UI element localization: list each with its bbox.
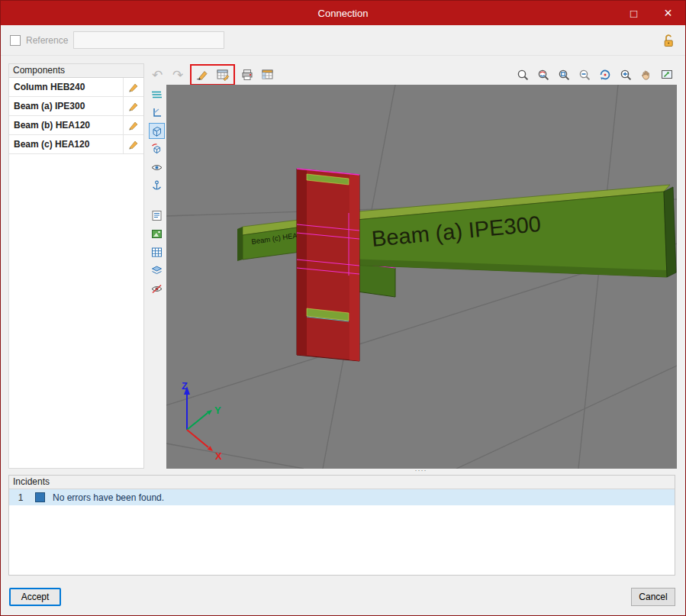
component-label: Beam (c) HEA120 bbox=[9, 139, 123, 150]
highlight-box bbox=[190, 64, 235, 85]
wireframe-icon bbox=[150, 88, 163, 101]
cube-icon bbox=[150, 124, 163, 137]
rotate-view-button[interactable] bbox=[597, 66, 614, 83]
undo-button[interactable]: ↶ bbox=[149, 66, 166, 83]
anchor-icon bbox=[150, 179, 163, 192]
edit-component-button[interactable] bbox=[123, 135, 143, 154]
pencil-icon bbox=[128, 120, 139, 131]
dimensions-button[interactable] bbox=[149, 208, 165, 224]
transparent-view-button[interactable] bbox=[149, 141, 165, 157]
print-button[interactable] bbox=[239, 66, 256, 83]
component-row-beam-a[interactable]: Beam (a) IPE300 bbox=[9, 97, 143, 116]
components-panel: Components Column HEB240 Beam (a) IPE300… bbox=[8, 63, 144, 469]
screenshot-button[interactable] bbox=[149, 226, 165, 242]
weld-pencil-icon bbox=[195, 68, 209, 82]
pan-hand-icon bbox=[639, 68, 653, 82]
pan-button[interactable] bbox=[638, 66, 655, 83]
edit-component-button[interactable] bbox=[123, 116, 143, 135]
connection-table-button[interactable] bbox=[214, 66, 231, 83]
edit-welds-button[interactable] bbox=[194, 66, 211, 83]
zoom-out-icon bbox=[578, 68, 591, 82]
component-row-column[interactable]: Column HEB240 bbox=[9, 78, 143, 97]
cube-rotate-icon bbox=[150, 143, 163, 156]
redo-button[interactable]: ↷ bbox=[169, 66, 186, 83]
column[interactable] bbox=[297, 169, 359, 361]
picture-icon bbox=[150, 227, 163, 240]
bill-of-materials-button[interactable] bbox=[259, 66, 276, 83]
grid-icon bbox=[150, 246, 163, 259]
reference-input[interactable] bbox=[73, 31, 224, 49]
zoom-fit-button[interactable] bbox=[659, 66, 675, 83]
eye-off-icon bbox=[150, 282, 163, 295]
zoom-rotate-icon bbox=[536, 68, 550, 82]
solid-view-button[interactable] bbox=[149, 123, 165, 139]
component-label: Beam (a) IPE300 bbox=[9, 101, 123, 111]
visibility-off-button[interactable] bbox=[149, 281, 165, 297]
view-tool-strip bbox=[147, 86, 166, 469]
eye-icon bbox=[150, 161, 163, 174]
component-label: Beam (b) HEA120 bbox=[9, 120, 123, 131]
viewport-3d[interactable]: Beam (a) IPE300 Beam (c) HEA120 bbox=[166, 85, 677, 469]
titlebar[interactable]: Connection □ × bbox=[1, 1, 685, 25]
table-edit-icon bbox=[216, 68, 230, 82]
dimension-icon bbox=[150, 209, 163, 222]
layers-button[interactable] bbox=[149, 263, 165, 279]
search-button[interactable] bbox=[514, 66, 531, 83]
component-row-beam-c[interactable]: Beam (c) HEA120 bbox=[9, 135, 143, 154]
pencil-icon bbox=[128, 82, 139, 92]
connection-dialog: Connection □ × Reference Components Colu… bbox=[0, 0, 686, 616]
zoom-fit-icon bbox=[660, 68, 674, 82]
zoom-window-button[interactable] bbox=[556, 66, 572, 83]
zoom-previous-icon bbox=[619, 68, 633, 82]
incidents-header: Incidents bbox=[9, 476, 675, 489]
grid-view-button[interactable] bbox=[149, 244, 165, 260]
pencil-icon bbox=[128, 139, 139, 150]
incidents-panel: Incidents 1 No errors have been found. bbox=[8, 475, 675, 576]
zoom-rotate-button[interactable] bbox=[535, 66, 552, 83]
scene-3d[interactable]: Beam (a) IPE300 Beam (c) HEA120 bbox=[166, 85, 677, 469]
axis-y-label: Y bbox=[214, 405, 221, 416]
zoom-previous-button[interactable] bbox=[617, 66, 634, 83]
zoom-out-button[interactable] bbox=[576, 66, 593, 83]
incident-number: 1 bbox=[9, 492, 32, 503]
components-header: Components bbox=[9, 64, 143, 78]
workplane-button[interactable] bbox=[149, 105, 165, 121]
rotate-view-icon bbox=[598, 68, 612, 82]
component-row-beam-b[interactable]: Beam (b) HEA120 bbox=[9, 116, 143, 135]
accept-button[interactable]: Accept bbox=[9, 588, 61, 606]
wireframe-view-button[interactable] bbox=[149, 86, 165, 102]
component-label: Column HEB240 bbox=[9, 82, 123, 92]
cancel-button[interactable]: Cancel bbox=[631, 588, 675, 606]
axes-icon bbox=[150, 106, 163, 119]
axis-x-label: X bbox=[215, 450, 222, 462]
close-button[interactable]: × bbox=[651, 1, 685, 25]
reference-checkbox[interactable] bbox=[10, 35, 21, 46]
window-title: Connection bbox=[1, 8, 685, 19]
incident-row[interactable]: 1 No errors have been found. bbox=[9, 489, 675, 505]
bom-table-icon bbox=[261, 68, 275, 82]
axis-z-label: Z bbox=[182, 380, 188, 392]
reference-label: Reference bbox=[26, 35, 68, 46]
print-icon bbox=[240, 68, 254, 82]
panel-splitter[interactable]: ···· bbox=[166, 468, 675, 475]
view-settings-button[interactable] bbox=[149, 160, 165, 176]
supports-button[interactable] bbox=[149, 178, 165, 194]
zoom-window-icon bbox=[557, 68, 571, 82]
maximize-button[interactable]: □ bbox=[617, 1, 651, 25]
lock-icon bbox=[661, 33, 676, 48]
pencil-icon bbox=[128, 101, 139, 111]
layers-icon bbox=[150, 264, 163, 277]
edit-component-button[interactable] bbox=[123, 78, 143, 97]
incident-message: No errors have been found. bbox=[53, 492, 164, 503]
viewport-toolbar: ↶ ↷ bbox=[149, 65, 675, 85]
scene-background bbox=[166, 85, 677, 469]
incident-severity-icon bbox=[35, 492, 45, 502]
reference-row: Reference bbox=[1, 25, 685, 56]
edit-component-button[interactable] bbox=[123, 97, 143, 116]
search-icon bbox=[516, 68, 530, 82]
